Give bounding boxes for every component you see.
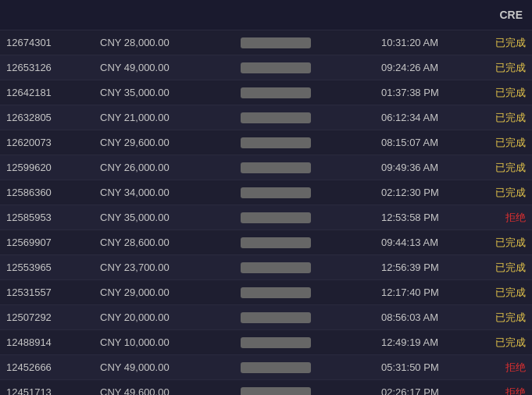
row-masked — [241, 212, 381, 223]
row-masked — [241, 112, 381, 123]
transaction-table: CRE 12674301 CNY 28,000.00 10:31:20 AM 已… — [0, 0, 532, 395]
row-masked — [241, 262, 381, 273]
row-status: 已完成 — [475, 111, 526, 125]
row-id: 12632805 — [6, 112, 100, 123]
table-row[interactable]: 12642181 CNY 35,000.00 01:37:38 PM 已完成 — [0, 80, 532, 105]
row-time: 05:31:50 PM — [381, 361, 475, 373]
row-time: 09:24:26 AM — [381, 62, 475, 73]
masked-bar — [241, 237, 311, 248]
masked-bar — [241, 262, 311, 273]
row-id: 12531557 — [6, 286, 100, 298]
row-amount: CNY 21,000.00 — [100, 112, 241, 123]
row-id: 12674301 — [6, 37, 100, 48]
row-amount: CNY 29,000.00 — [100, 286, 241, 298]
row-id: 12451713 — [6, 386, 100, 395]
header-bar: CRE — [0, 0, 532, 30]
row-id: 12507292 — [6, 311, 100, 323]
row-amount: CNY 34,000.00 — [100, 187, 241, 198]
table-row[interactable]: 12632805 CNY 21,000.00 06:12:34 AM 已完成 — [0, 105, 532, 130]
row-amount: CNY 23,700.00 — [100, 262, 241, 273]
row-time: 02:26:17 PM — [381, 386, 475, 395]
row-masked — [241, 337, 381, 348]
masked-bar — [241, 112, 311, 123]
row-time: 09:49:36 AM — [381, 162, 475, 173]
row-amount: CNY 28,600.00 — [100, 237, 241, 248]
row-masked — [241, 162, 381, 173]
row-amount: CNY 26,000.00 — [100, 162, 241, 173]
table-row[interactable]: 12569907 CNY 28,600.00 09:44:13 AM 已完成 — [0, 230, 532, 255]
table-row[interactable]: 12599620 CNY 26,000.00 09:49:36 AM 已完成 — [0, 155, 532, 180]
row-id: 12586360 — [6, 187, 100, 198]
row-masked — [241, 137, 381, 148]
row-time: 09:44:13 AM — [381, 237, 475, 248]
row-id: 12488914 — [6, 336, 100, 348]
row-amount: CNY 35,000.00 — [100, 212, 241, 223]
row-status: 已完成 — [475, 86, 526, 100]
row-status: 已完成 — [475, 311, 526, 325]
table-row[interactable]: 12585953 CNY 35,000.00 12:53:58 PM 拒绝 — [0, 205, 532, 230]
row-masked — [241, 387, 381, 396]
row-masked — [241, 62, 381, 73]
row-id: 12452666 — [6, 361, 100, 373]
table-row[interactable]: 12488914 CNY 10,000.00 12:49:19 AM 已完成 — [0, 330, 532, 355]
row-time: 12:53:58 PM — [381, 212, 475, 223]
row-status: 已完成 — [475, 336, 526, 350]
row-status: 已完成 — [475, 186, 526, 200]
row-amount: CNY 35,000.00 — [100, 87, 241, 98]
row-amount: CNY 29,600.00 — [100, 137, 241, 148]
row-id: 12653126 — [6, 62, 100, 73]
row-time: 02:12:30 PM — [381, 187, 475, 198]
row-masked — [241, 312, 381, 323]
row-amount: CNY 20,000.00 — [100, 311, 241, 323]
masked-bar — [241, 187, 311, 198]
table-row[interactable]: 12531557 CNY 29,000.00 12:17:40 PM 已完成 — [0, 280, 532, 305]
masked-bar — [241, 162, 311, 173]
row-status: 已完成 — [475, 261, 526, 275]
table-row[interactable]: 12653126 CNY 49,000.00 09:24:26 AM 已完成 — [0, 55, 532, 80]
row-time: 08:56:03 AM — [381, 311, 475, 323]
row-amount: CNY 28,000.00 — [100, 37, 241, 48]
row-amount: CNY 49,000.00 — [100, 361, 241, 373]
row-amount: CNY 10,000.00 — [100, 336, 241, 348]
masked-bar — [241, 87, 311, 98]
row-status: 已完成 — [475, 161, 526, 175]
row-status: 已完成 — [475, 136, 526, 150]
row-masked — [241, 187, 381, 198]
row-time: 10:31:20 AM — [381, 37, 475, 48]
header-label: CRE — [499, 9, 523, 21]
row-time: 12:49:19 AM — [381, 336, 475, 348]
masked-bar — [241, 337, 311, 348]
row-id: 12569907 — [6, 237, 100, 248]
masked-bar — [241, 362, 311, 373]
masked-bar — [241, 37, 311, 48]
masked-bar — [241, 62, 311, 73]
row-masked — [241, 287, 381, 298]
row-status: 已完成 — [475, 36, 526, 50]
row-time: 08:15:07 AM — [381, 137, 475, 148]
row-id: 12620073 — [6, 137, 100, 148]
row-id: 12642181 — [6, 87, 100, 98]
table-row[interactable]: 12451713 CNY 49,600.00 02:26:17 PM 拒绝 — [0, 380, 532, 395]
row-amount: CNY 49,600.00 — [100, 386, 241, 395]
row-status: 已完成 — [475, 61, 526, 75]
masked-bar — [241, 387, 311, 396]
row-time: 12:56:39 PM — [381, 262, 475, 273]
row-masked — [241, 362, 381, 373]
table-row[interactable]: 12553965 CNY 23,700.00 12:56:39 PM 已完成 — [0, 255, 532, 280]
row-id: 12599620 — [6, 162, 100, 173]
table-row[interactable]: 12452666 CNY 49,000.00 05:31:50 PM 拒绝 — [0, 355, 532, 380]
table-row[interactable]: 12674301 CNY 28,000.00 10:31:20 AM 已完成 — [0, 30, 532, 55]
row-time: 12:17:40 PM — [381, 286, 475, 298]
row-status: 已完成 — [475, 286, 526, 300]
row-status: 拒绝 — [475, 361, 526, 375]
row-status: 拒绝 — [475, 211, 526, 225]
table-row[interactable]: 12586360 CNY 34,000.00 02:12:30 PM 已完成 — [0, 180, 532, 205]
row-amount: CNY 49,000.00 — [100, 62, 241, 73]
row-status: 已完成 — [475, 236, 526, 250]
table-row[interactable]: 12507292 CNY 20,000.00 08:56:03 AM 已完成 — [0, 305, 532, 330]
row-masked — [241, 87, 381, 98]
row-time: 06:12:34 AM — [381, 112, 475, 123]
table-row[interactable]: 12620073 CNY 29,600.00 08:15:07 AM 已完成 — [0, 130, 532, 155]
row-status: 拒绝 — [475, 386, 526, 396]
row-time: 01:37:38 PM — [381, 87, 475, 98]
